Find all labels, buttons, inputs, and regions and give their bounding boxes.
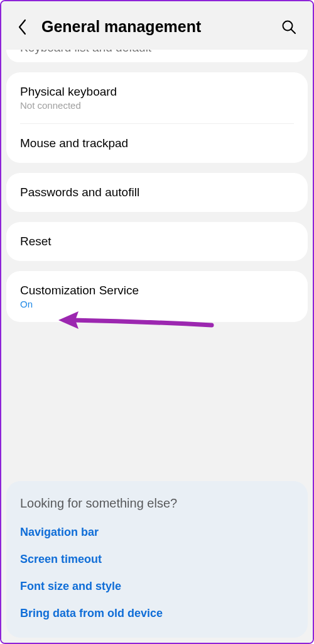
reset-item[interactable]: Reset — [6, 222, 308, 261]
passwords-autofill-item[interactable]: Passwords and autofill — [6, 173, 308, 212]
keyboard-list-item[interactable]: Keyboard list and default — [6, 50, 308, 62]
link-font-size-style[interactable]: Font size and style — [20, 580, 294, 593]
physical-keyboard-label: Physical keyboard — [20, 85, 294, 99]
search-icon — [281, 19, 296, 35]
link-screen-timeout[interactable]: Screen timeout — [20, 553, 294, 566]
customization-card: Customization Service On — [6, 271, 308, 322]
passwords-autofill-label: Passwords and autofill — [20, 186, 294, 199]
looking-for-heading: Looking for something else? — [20, 496, 294, 511]
physical-keyboard-item[interactable]: Physical keyboard Not connected — [6, 72, 308, 123]
looking-for-card: Looking for something else? Navigation b… — [6, 481, 308, 638]
mouse-trackpad-label: Mouse and trackpad — [20, 136, 294, 150]
mouse-trackpad-item[interactable]: Mouse and trackpad — [6, 124, 308, 163]
keyboard-list-card: Keyboard list and default — [6, 50, 308, 62]
chevron-left-icon — [18, 19, 28, 35]
search-button[interactable] — [280, 18, 298, 36]
svg-line-1 — [291, 30, 295, 33]
svg-point-0 — [283, 21, 293, 30]
back-button[interactable] — [15, 19, 30, 35]
keyboard-list-label: Keyboard list and default — [20, 50, 151, 53]
reset-label: Reset — [20, 235, 294, 248]
customization-status: On — [20, 299, 294, 309]
link-bring-data[interactable]: Bring data from old device — [20, 607, 294, 620]
settings-container: General management Keyboard list and def… — [1, 1, 313, 643]
page-title: General management — [41, 18, 269, 36]
link-navigation-bar[interactable]: Navigation bar — [20, 526, 294, 539]
input-devices-card: Physical keyboard Not connected Mouse an… — [6, 72, 308, 163]
reset-card: Reset — [6, 222, 308, 261]
customization-label: Customization Service — [20, 284, 294, 297]
physical-keyboard-status: Not connected — [20, 100, 294, 111]
customization-item[interactable]: Customization Service On — [6, 271, 308, 322]
header-bar: General management — [6, 6, 308, 50]
passwords-card: Passwords and autofill — [6, 173, 308, 212]
